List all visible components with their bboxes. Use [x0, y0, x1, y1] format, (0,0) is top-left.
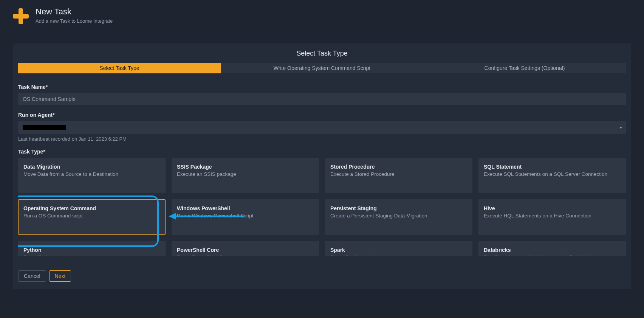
card-desc: Run a PowerShell Core script — [177, 254, 314, 256]
card-desc: Move Data from a Source to a Destination — [23, 171, 160, 177]
card-title: SSIS Package — [177, 164, 314, 170]
agent-select[interactable] — [18, 121, 626, 134]
form-area: Task Name* Run on Agent* ▾ Last heartbea… — [13, 73, 631, 256]
next-button[interactable]: Next — [49, 270, 71, 282]
card-title: PowerShell Core — [177, 247, 314, 253]
task-type-card-spark[interactable]: Spark Run a Spark service — [325, 241, 472, 256]
task-type-scroll[interactable]: Data Migration Move Data from a Source t… — [18, 158, 626, 256]
task-name-input[interactable] — [18, 93, 626, 105]
task-type-card-persistent-staging[interactable]: Persistent Staging Create a Persistent S… — [325, 199, 472, 235]
card-desc: Run a OS Command scipt — [23, 213, 160, 219]
task-type-card-os-command[interactable]: Operating System Command Run a OS Comman… — [18, 199, 166, 235]
card-title: Databricks — [484, 247, 621, 253]
tab-configure-settings[interactable]: Configure Task Settings (Optional) — [423, 63, 626, 73]
card-title: Spark — [330, 247, 467, 253]
card-desc: Execute SQL Statements on a SQL Server C… — [484, 171, 621, 177]
task-type-card-sql-statement[interactable]: SQL Statement Execute SQL Statements on … — [478, 158, 626, 193]
task-type-label: Task Type* — [18, 149, 626, 155]
agent-value-redacted — [23, 125, 66, 130]
cancel-button[interactable]: Cancel — [18, 270, 46, 282]
svg-rect-1 — [13, 14, 29, 19]
card-title: Data Migration — [23, 164, 160, 170]
wizard-tabs: Select Task Type Write Operating System … — [13, 63, 631, 73]
task-type-card-ssis[interactable]: SSIS Package Execute an SSIS package — [172, 158, 319, 193]
task-name-label: Task Name* — [18, 84, 626, 90]
card-title: Python — [23, 247, 160, 253]
card-title: Windows PowerShell — [177, 205, 314, 211]
card-title: SQL Statement — [484, 164, 621, 170]
agent-label: Run on Agent* — [18, 112, 626, 118]
card-desc: Run Spark jobs and Notebooks using Datab… — [484, 254, 621, 256]
task-type-card-hive[interactable]: Hive Execute HQL Statements on a Hive Co… — [478, 199, 626, 235]
task-name-group: Task Name* — [18, 84, 626, 105]
task-type-card-powershell-core[interactable]: PowerShell Core Run a PowerShell Core sc… — [172, 241, 319, 256]
card-desc: Execute an SSIS package — [177, 171, 314, 177]
agent-group: Run on Agent* ▾ Last heartbeat recorded … — [18, 112, 626, 142]
card-title: Persistent Staging — [330, 205, 467, 211]
card-desc: Run a Python script — [23, 254, 160, 256]
tab-write-script[interactable]: Write Operating System Command Script — [221, 63, 423, 73]
card-desc: Run a Spark service — [330, 254, 467, 256]
plus-icon — [13, 8, 29, 24]
card-title: Operating System Command — [23, 205, 160, 211]
page-subtitle: Add a new Task to Loome Integrate — [36, 18, 113, 24]
card-desc: Execute a Stored Procedure — [330, 171, 467, 177]
card-desc: Execute HQL Statements on a Hive Connect… — [484, 213, 621, 219]
task-type-card-stored-procedure[interactable]: Stored Procedure Execute a Stored Proced… — [325, 158, 472, 193]
page-title: New Task — [36, 7, 113, 17]
card-desc: Create a Persistent Staging Data Migrati… — [330, 213, 467, 219]
agent-heartbeat-helper: Last heartbeat recorded on Jan 11, 2023 … — [18, 136, 626, 142]
card-title: Hive — [484, 205, 621, 211]
task-type-card-data-migration[interactable]: Data Migration Move Data from a Source t… — [18, 158, 166, 193]
page-header: New Task Add a new Task to Loome Integra… — [0, 0, 644, 32]
tab-select-task-type[interactable]: Select Task Type — [18, 63, 221, 73]
task-type-card-databricks[interactable]: Databricks Run Spark jobs and Notebooks … — [478, 241, 626, 256]
panel-title: Select Task Type — [13, 43, 631, 63]
main-panel: Select Task Type Select Task Type Write … — [13, 43, 631, 289]
task-type-card-python[interactable]: Python Run a Python script — [18, 241, 166, 256]
task-type-group: Task Type* Data Migration Move Data from… — [18, 149, 626, 256]
card-desc: Run a Windows Powershell Script — [177, 213, 314, 219]
task-type-card-powershell[interactable]: Windows PowerShell Run a Windows Powersh… — [172, 199, 319, 235]
card-title: Stored Procedure — [330, 164, 467, 170]
footer-buttons: Cancel Next — [13, 259, 631, 282]
